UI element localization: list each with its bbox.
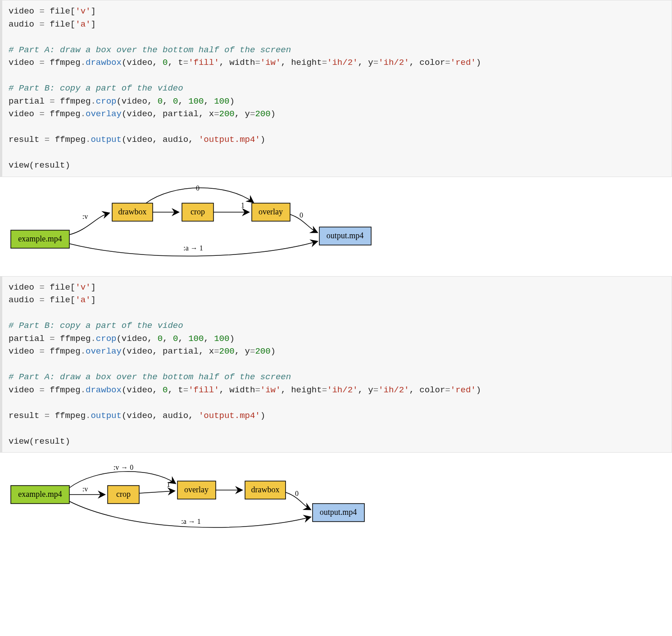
node-overlay: overlay (259, 207, 283, 216)
edge-label-v-top: :v → 0 (114, 463, 133, 471)
code-token: . (86, 411, 91, 421)
code-token: crop (96, 96, 117, 106)
code-token: view(result) (9, 160, 70, 170)
code-token: video (9, 109, 39, 119)
code-token: = (50, 334, 54, 344)
code-token: file[ (45, 6, 75, 16)
code-comment: # Part B: copy a part of the video (9, 83, 183, 93)
code-token: 200 (255, 109, 270, 119)
code-token: , (163, 96, 173, 106)
code-token: ffmpeg (45, 346, 81, 356)
code-token: , color (409, 385, 445, 395)
code-token: video (9, 58, 39, 68)
code-token: 'v' (75, 282, 91, 292)
code-token: 'ih/2' (378, 58, 409, 68)
code-token: 100 (214, 96, 229, 106)
node-drawbox: drawbox (118, 207, 147, 216)
code-token: ) (476, 385, 481, 395)
code-token: video (9, 346, 39, 356)
code-token: , color (409, 58, 445, 68)
code-token: 0 (158, 96, 163, 106)
code-token: overlay (86, 109, 122, 119)
code-token: ) (229, 96, 234, 106)
code-token: ) (271, 346, 276, 356)
code-token: = (39, 385, 44, 395)
code-token: = (373, 58, 378, 68)
code-token: (video, (122, 58, 163, 68)
code-cell-2[interactable]: video = file['v'] audio = file['a'] # Pa… (0, 276, 672, 453)
node-crop: crop (116, 490, 131, 499)
code-token: 0 (158, 334, 163, 344)
code-token: , y (358, 58, 373, 68)
node-crop: crop (191, 207, 205, 216)
code-token: 200 (219, 346, 235, 356)
code-token: 'red' (450, 58, 476, 68)
code-token: = (45, 411, 50, 421)
code-token: ) (260, 135, 265, 145)
code-token: = (39, 58, 44, 68)
code-token: = (214, 109, 219, 119)
code-token: (video, (122, 385, 163, 395)
code-token: . (91, 334, 95, 344)
code-cell-1[interactable]: video = file['v'] audio = file['a'] # Pa… (0, 0, 672, 177)
code-token: partial (9, 96, 50, 106)
code-token: ] (91, 295, 95, 305)
node-input: example.mp4 (18, 234, 62, 243)
code-token: 'iw' (260, 385, 281, 395)
code-token: 'red' (450, 385, 476, 395)
code-token: , y (235, 109, 250, 119)
code-token: = (183, 58, 188, 68)
code-token: output (91, 411, 121, 421)
code-token: 'v' (75, 6, 91, 16)
code-token: = (373, 385, 378, 395)
code-token: (video, audio, (122, 411, 199, 421)
code-token: (video, partial, x (122, 346, 214, 356)
code-token: 'a' (75, 295, 91, 305)
edge-label-0-top: 0 (196, 185, 200, 192)
code-token: 200 (255, 346, 270, 356)
code-token: 200 (219, 109, 235, 119)
code-token: , width (219, 58, 255, 68)
code-token: 'output.mp4' (199, 411, 260, 421)
edge-label-1: 1 (241, 201, 245, 209)
code-token: 'ih/2' (327, 58, 358, 68)
code-token: ffmpeg (50, 135, 86, 145)
code-token: . (91, 96, 95, 106)
code-token: crop (96, 334, 117, 344)
edge-label-v: :v (82, 485, 88, 493)
code-token: ffmpeg (45, 109, 81, 119)
code-token: ] (91, 282, 95, 292)
code-comment: # Part B: copy a part of the video (9, 321, 183, 331)
code-token: 100 (188, 96, 204, 106)
code-token: = (250, 346, 255, 356)
code-token: = (445, 385, 450, 395)
code-token: , height (281, 58, 322, 68)
code-token: . (81, 385, 86, 395)
code-token: 'ih/2' (327, 385, 358, 395)
code-token: = (45, 135, 50, 145)
code-token: file[ (45, 19, 75, 29)
code-token: = (214, 346, 219, 356)
code-token: ) (271, 109, 276, 119)
code-token: file[ (45, 282, 75, 292)
code-token: = (255, 385, 260, 395)
code-token: partial (9, 334, 50, 344)
code-token: = (250, 109, 255, 119)
code-token: audio (9, 295, 39, 305)
code-token: result (9, 135, 45, 145)
code-token: ffmpeg (45, 385, 81, 395)
code-token: 0 (173, 96, 178, 106)
code-token: , t (168, 385, 183, 395)
edge-label-0-right: 0 (300, 211, 303, 219)
code-token: ] (91, 6, 95, 16)
code-token: = (39, 295, 44, 305)
graph-output-1: example.mp4 drawbox crop overlay output.… (0, 181, 672, 271)
edge-label-1: 1 (167, 481, 170, 488)
code-token: output (91, 135, 121, 145)
code-token: 'a' (75, 19, 91, 29)
code-token: 'fill' (188, 58, 219, 68)
code-token: result (9, 411, 45, 421)
code-token: (video, (116, 334, 157, 344)
graph-output-2: example.mp4 crop overlay drawbox output.… (0, 456, 672, 546)
node-input: example.mp4 (18, 490, 62, 499)
